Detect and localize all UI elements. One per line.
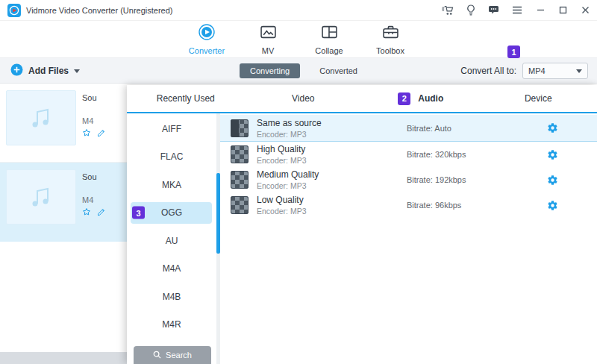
quality-icon	[231, 171, 249, 189]
tab-device[interactable]: Device	[480, 85, 597, 112]
star-icon[interactable]	[82, 128, 91, 137]
tab-toolbox[interactable]: Toolbox	[367, 24, 413, 55]
audio-thumbnail	[6, 90, 76, 145]
format-tabs: Recently Used Video 2 Audio Device	[127, 85, 597, 113]
preset-name: Same as source	[257, 118, 322, 128]
tab-recently-used-label: Recently Used	[157, 93, 215, 104]
feedback-chat-icon[interactable]	[488, 5, 499, 15]
chevron-down-icon	[74, 69, 80, 73]
settings-gear-icon[interactable]	[547, 149, 558, 160]
preset-name: High Quality	[257, 144, 307, 154]
preset-encoder: Encoder: MP3	[257, 207, 307, 216]
search-box[interactable]: Search	[134, 346, 211, 364]
search-icon	[153, 351, 161, 360]
convert-all-label: Convert All to:	[460, 66, 516, 76]
tab-video-label: Video	[292, 93, 314, 104]
format-item-au[interactable]: AU	[127, 227, 216, 255]
file-name: Sou	[82, 172, 97, 181]
format-item-m4b[interactable]: M4B	[127, 283, 216, 311]
format-label: M4R	[162, 319, 181, 330]
format-item-m4r[interactable]: M4R	[127, 311, 216, 339]
quality-icon	[231, 196, 249, 214]
tab-collage[interactable]: Collage	[306, 24, 352, 55]
format-label: FLAC	[160, 151, 184, 162]
store-cart-icon[interactable]	[442, 5, 454, 16]
convert-all-group: Convert All to: MP4	[460, 58, 588, 84]
tab-audio-label: Audio	[418, 93, 443, 104]
close-button[interactable]	[581, 6, 590, 14]
file-item-actions	[82, 128, 106, 137]
add-icon	[10, 63, 23, 79]
titlebar: Vidmore Video Converter (Unregistered)	[0, 0, 597, 21]
format-label: OGG	[161, 207, 182, 218]
format-item-aiff[interactable]: AIFF	[127, 115, 216, 143]
chevron-down-icon	[576, 69, 582, 73]
preset-same-as-source[interactable]: Same as source Encoder: MP3 Bitrate: Aut…	[220, 115, 597, 142]
converting-tab[interactable]: Converting	[240, 63, 300, 78]
preset-low-quality[interactable]: Low Quality Encoder: MP3 Bitrate: 96kbps	[220, 192, 597, 218]
tab-audio[interactable]: 2 Audio	[362, 85, 480, 112]
preset-encoder: Encoder: MP3	[257, 181, 319, 190]
tab-video[interactable]: Video	[245, 85, 363, 112]
file-list: Sou M4 Sou M4	[0, 84, 131, 364]
preset-name: Low Quality	[257, 195, 307, 205]
preset-name: Medium Quality	[257, 169, 319, 180]
tab-toolbox-label: Toolbox	[376, 46, 404, 55]
file-name: Sou	[82, 93, 97, 102]
format-item-mka[interactable]: MKA	[127, 171, 216, 199]
app-title: Vidmore Video Converter (Unregistered)	[26, 6, 172, 15]
minimize-button[interactable]	[537, 6, 545, 14]
annotation-step-1: 1	[507, 46, 520, 58]
subheader-toolbar: Add Files Converting Converted Convert A…	[0, 58, 597, 84]
converted-tab[interactable]: Converted	[319, 66, 357, 75]
format-item-flac[interactable]: FLAC	[127, 143, 216, 172]
edit-icon[interactable]	[97, 128, 106, 137]
settings-gear-icon[interactable]	[547, 122, 558, 134]
preset-bitrate: Bitrate: 96kbps	[407, 201, 461, 210]
tab-device-label: Device	[525, 93, 552, 104]
app-logo-icon	[7, 4, 21, 17]
star-icon[interactable]	[82, 207, 91, 216]
format-label: M4A	[163, 263, 181, 274]
lightbulb-icon[interactable]	[466, 4, 475, 16]
file-format: M4	[82, 195, 93, 204]
menu-icon[interactable]	[512, 6, 522, 14]
annotation-step-2: 2	[398, 92, 410, 105]
preset-encoder: Encoder: MP3	[257, 156, 307, 165]
tab-mv[interactable]: MV	[245, 24, 291, 55]
format-label: AU	[166, 236, 178, 246]
main-content: Sou M4 Sou M4	[0, 84, 597, 364]
format-panel-body: AIFF FLAC MKA 3 OGG AU M4A M4B M4R	[127, 113, 597, 364]
format-item-ogg[interactable]: 3 OGG	[127, 199, 216, 228]
converting-toggle-group: Converting Converted	[240, 58, 357, 84]
tab-converter-label: Converter	[189, 46, 225, 55]
preset-encoder: Encoder: MP3	[257, 130, 322, 139]
converter-icon	[199, 24, 215, 43]
settings-gear-icon[interactable]	[547, 175, 558, 186]
format-label: MKA	[162, 180, 181, 190]
settings-gear-icon[interactable]	[547, 200, 558, 211]
file-item-actions	[82, 207, 106, 216]
preset-medium-quality[interactable]: Medium Quality Encoder: MP3 Bitrate: 192…	[220, 167, 597, 192]
tab-recently-used[interactable]: Recently Used	[127, 85, 245, 112]
search-label: Search	[166, 351, 192, 360]
app-window: Vidmore Video Converter (Unregistered)	[0, 0, 597, 364]
file-format: M4	[82, 116, 93, 125]
audio-thumbnail	[6, 169, 76, 225]
preset-high-quality[interactable]: High Quality Encoder: MP3 Bitrate: 320kb…	[220, 142, 597, 167]
add-files-button[interactable]: Add Files	[10, 58, 80, 84]
edit-icon[interactable]	[97, 207, 106, 216]
format-item-m4a[interactable]: M4A	[127, 255, 216, 283]
maximize-button[interactable]	[559, 6, 567, 14]
format-label: M4B	[163, 292, 181, 302]
file-list-item[interactable]: Sou M4	[0, 84, 131, 163]
add-files-label: Add Files	[28, 66, 69, 76]
convert-all-dropdown[interactable]: MP4	[522, 63, 588, 79]
tab-mv-label: MV	[262, 46, 275, 55]
file-list-item[interactable]: Sou M4	[0, 163, 131, 242]
tab-collage-label: Collage	[315, 46, 343, 55]
toolbox-icon	[383, 24, 398, 43]
convert-all-value: MP4	[528, 66, 546, 75]
tab-converter[interactable]: Converter	[184, 24, 230, 55]
preset-bitrate: Bitrate: 320kbps	[407, 150, 466, 159]
